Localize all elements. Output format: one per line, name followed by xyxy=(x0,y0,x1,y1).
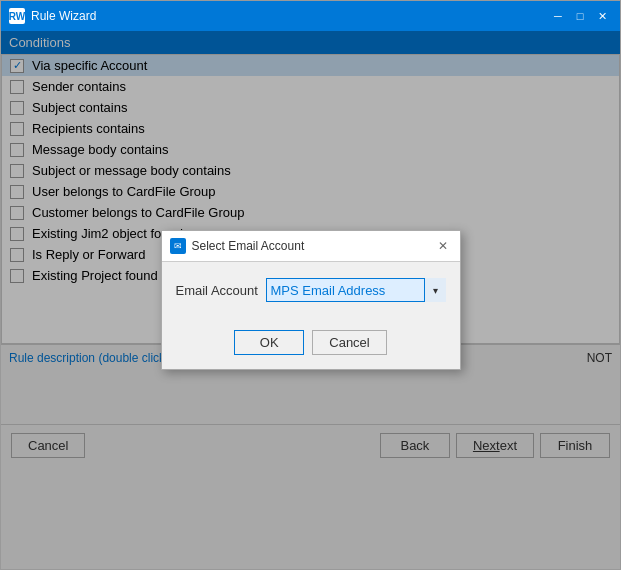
modal-buttons: OK Cancel xyxy=(162,326,460,369)
close-button[interactable]: ✕ xyxy=(592,6,612,26)
modal-body: Email Account MPS Email Address Account … xyxy=(162,262,460,326)
modal-cancel-button[interactable]: Cancel xyxy=(312,330,386,355)
email-account-row: Email Account MPS Email Address Account … xyxy=(176,278,446,302)
modal-close-button[interactable]: ✕ xyxy=(434,237,452,255)
email-account-label: Email Account xyxy=(176,283,266,298)
rule-wizard-window: RW Rule Wizard ─ □ ✕ Conditions Via spec… xyxy=(0,0,621,570)
title-bar: RW Rule Wizard ─ □ ✕ xyxy=(1,1,620,31)
modal-title: Select Email Account xyxy=(192,239,434,253)
modal-icon: ✉ xyxy=(170,238,186,254)
maximize-button[interactable]: □ xyxy=(570,6,590,26)
ok-button[interactable]: OK xyxy=(234,330,304,355)
title-bar-controls: ─ □ ✕ xyxy=(548,6,612,26)
email-account-select[interactable]: MPS Email Address Account 2 Account 3 xyxy=(266,278,446,302)
modal-title-bar: ✉ Select Email Account ✕ xyxy=(162,231,460,262)
app-icon: RW xyxy=(9,8,25,24)
modal-overlay: ✉ Select Email Account ✕ Email Account M… xyxy=(1,31,620,569)
email-account-select-wrapper: MPS Email Address Account 2 Account 3 ▾ xyxy=(266,278,446,302)
minimize-button[interactable]: ─ xyxy=(548,6,568,26)
select-email-account-dialog: ✉ Select Email Account ✕ Email Account M… xyxy=(161,230,461,370)
window-title: Rule Wizard xyxy=(31,9,548,23)
main-content: Conditions Via specific Account Sender c… xyxy=(1,31,620,569)
